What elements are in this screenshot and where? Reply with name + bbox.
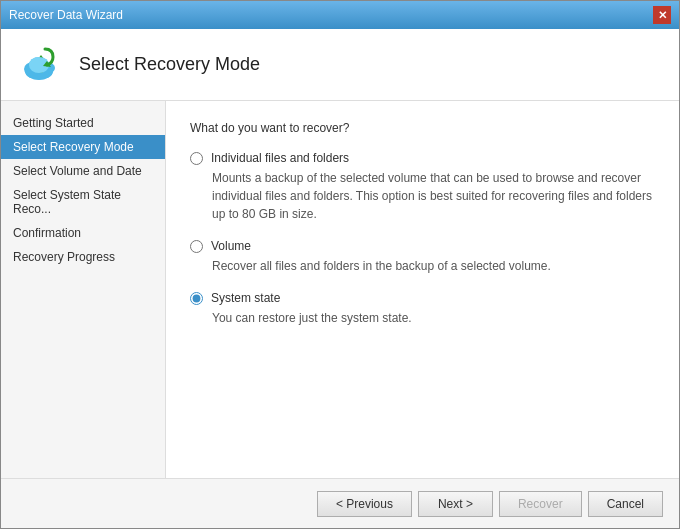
wizard-header: Select Recovery Mode bbox=[1, 29, 679, 101]
previous-button[interactable]: < Previous bbox=[317, 491, 412, 517]
next-button[interactable]: Next > bbox=[418, 491, 493, 517]
cancel-button[interactable]: Cancel bbox=[588, 491, 663, 517]
wizard-sidebar: Getting Started Select Recovery Mode Sel… bbox=[1, 101, 166, 478]
wizard-window: Recover Data Wizard ✕ Select Recovery Mo… bbox=[0, 0, 680, 529]
sidebar-item-confirmation: Confirmation bbox=[1, 221, 165, 245]
option-volume-label[interactable]: Volume bbox=[211, 239, 251, 253]
radio-individual-files[interactable] bbox=[190, 152, 203, 165]
option-system-label[interactable]: System state bbox=[211, 291, 280, 305]
option-volume: Volume Recover all files and folders in … bbox=[190, 239, 655, 275]
close-button[interactable]: ✕ bbox=[653, 6, 671, 24]
sidebar-item-volume-date: Select Volume and Date bbox=[1, 159, 165, 183]
option-files-desc: Mounts a backup of the selected volume t… bbox=[212, 169, 655, 223]
option-system-state: System state You can restore just the sy… bbox=[190, 291, 655, 327]
sidebar-item-progress: Recovery Progress bbox=[1, 245, 165, 269]
sidebar-item-system-state: Select System State Reco... bbox=[1, 183, 165, 221]
sidebar-item-getting-started: Getting Started bbox=[1, 111, 165, 135]
option-files: Individual files and folders Mounts a ba… bbox=[190, 151, 655, 223]
sidebar-item-recovery-mode: Select Recovery Mode bbox=[1, 135, 165, 159]
page-title: Select Recovery Mode bbox=[79, 54, 260, 75]
wizard-content: What do you want to recover? Individual … bbox=[166, 101, 679, 478]
option-files-label[interactable]: Individual files and folders bbox=[211, 151, 349, 165]
option-system-desc: You can restore just the system state. bbox=[212, 309, 655, 327]
title-bar-title: Recover Data Wizard bbox=[9, 8, 123, 22]
wizard-icon bbox=[17, 41, 65, 89]
recover-button[interactable]: Recover bbox=[499, 491, 582, 517]
content-question: What do you want to recover? bbox=[190, 121, 655, 135]
wizard-body: Getting Started Select Recovery Mode Sel… bbox=[1, 101, 679, 478]
title-bar: Recover Data Wizard ✕ bbox=[1, 1, 679, 29]
radio-volume[interactable] bbox=[190, 240, 203, 253]
option-volume-desc: Recover all files and folders in the bac… bbox=[212, 257, 655, 275]
wizard-footer: < Previous Next > Recover Cancel bbox=[1, 478, 679, 528]
radio-system-state[interactable] bbox=[190, 292, 203, 305]
